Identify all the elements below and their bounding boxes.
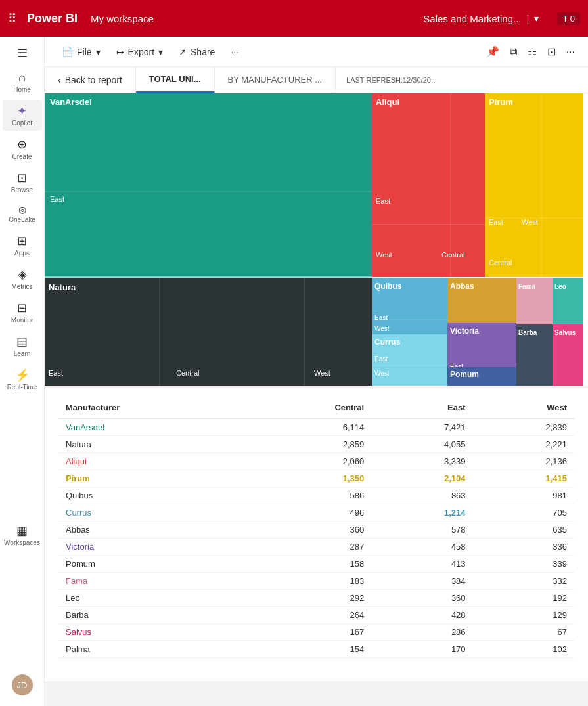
back-to-report-label: Back to report: [65, 75, 122, 85]
sidebar-item-create[interactable]: ⊕ Create: [3, 133, 42, 164]
cell-manufacturer: Fama: [58, 573, 248, 590]
west-header: West: [547, 403, 567, 412]
cell-central: 2,060: [248, 453, 372, 470]
tm-currus-west-label: West: [374, 370, 390, 377]
cell-central: 264: [248, 607, 372, 624]
cell-central: 1,350: [248, 470, 372, 487]
grid-dots-icon[interactable]: ⠿: [8, 11, 16, 26]
refresh-text: LAST REFRESH:12/30/20...: [346, 76, 437, 84]
cell-manufacturer: VanArsdel: [58, 418, 248, 436]
back-to-report-tab[interactable]: ‹ Back to report: [45, 67, 136, 93]
sidebar-item-realtime[interactable]: ⚡ Real-Time: [3, 364, 42, 395]
top-bar-right-info: T 0: [557, 12, 580, 25]
share-icon: ↗: [179, 47, 187, 57]
sidebar-create-label: Create: [12, 153, 32, 160]
sidebar-browse-label: Browse: [11, 187, 33, 194]
copy-icon[interactable]: ⧉: [507, 43, 520, 60]
cell-manufacturer: Quibus: [58, 487, 248, 504]
tab2-label: BY MANUFACTURER ...: [228, 75, 323, 85]
tm-vanarsdel-east-label: East: [50, 195, 64, 203]
export-icon: ↦: [116, 47, 124, 57]
tm-pirum-central-label: Central: [489, 259, 512, 267]
sidebar-item-menu[interactable]: ☰: [3, 42, 42, 64]
tab-by-manufacturer[interactable]: BY MANUFACTURER ...: [215, 67, 336, 93]
cell-east: 360: [372, 590, 473, 607]
learn-icon: ▤: [16, 334, 28, 349]
cell-central: 360: [248, 521, 372, 539]
sidebar-home-label: Home: [13, 86, 31, 93]
col-central: Central: [248, 399, 372, 418]
tm-pomum-label: Pomum: [450, 370, 479, 379]
tm-quibus-label: Quibus: [374, 282, 402, 291]
cell-east: 170: [372, 641, 473, 658]
tm-aliqui-east-label: East: [376, 197, 390, 205]
sidebar-item-onelake[interactable]: ◎ OneLake: [3, 200, 42, 227]
toolbar: 📄 File ▾ ↦ Export ▾ ↗ Share ··· 📌 ⧉ ⚏ ⊡: [45, 37, 588, 67]
treemap-container[interactable]: VanArsdel East Central West Aliqui East …: [45, 93, 588, 386]
export-label: Export: [128, 47, 154, 57]
report-title: Sales and Marketing... | ▾: [423, 13, 539, 24]
sidebar-item-metrics[interactable]: ◈ Metrics: [3, 263, 42, 294]
share-button[interactable]: ↗ Share: [172, 44, 221, 60]
cell-east: 286: [372, 624, 473, 641]
tm-vanarsdel-top: [45, 93, 372, 277]
cell-central: 2,859: [248, 436, 372, 453]
sidebar-item-copilot[interactable]: ✦ Copilot: [3, 100, 42, 131]
sidebar-item-monitor[interactable]: ⊟ Monitor: [3, 297, 42, 328]
cell-manufacturer: Barba: [58, 607, 248, 624]
monitor-icon: ⊟: [17, 301, 27, 315]
workspace-label[interactable]: My workspace: [91, 13, 154, 24]
avatar[interactable]: JD: [12, 674, 33, 695]
realtime-icon: ⚡: [15, 368, 30, 382]
home-icon: ⌂: [18, 71, 26, 85]
tab-total-units[interactable]: TOTAL UNI...: [136, 67, 215, 93]
tm-aliqui-label: Aliqui: [376, 97, 399, 107]
title-separator: |: [527, 13, 530, 24]
title-chevron-icon[interactable]: ▾: [534, 13, 539, 24]
cell-manufacturer: Currus: [58, 504, 248, 521]
sidebar-item-browse[interactable]: ⊡ Browse: [3, 167, 42, 198]
avatar-initials: JD: [17, 680, 28, 690]
table-row: Abbas 360 578 635: [58, 521, 575, 539]
col-manufacturer: Manufacturer: [58, 399, 248, 418]
tm-pirum-block: [485, 93, 583, 277]
workspaces-icon: ▦: [16, 523, 28, 538]
sidebar-item-workspaces[interactable]: ▦ Workspaces: [3, 519, 42, 550]
cell-central: 167: [248, 624, 372, 641]
main-layout: ☰ ⌂ Home ✦ Copilot ⊕ Create ⊡ Browse ◎ O…: [0, 37, 588, 706]
col-west: West: [474, 399, 575, 418]
sidebar-item-home[interactable]: ⌂ Home: [3, 67, 42, 97]
tm-natura-label: Natura: [49, 282, 76, 292]
sidebar-item-apps[interactable]: ⊞ Apps: [3, 230, 42, 261]
tm-pirum-west-label: West: [522, 218, 538, 226]
file-label: File: [77, 47, 92, 57]
cell-west: 2,136: [474, 453, 575, 470]
expand-icon[interactable]: ⊡: [545, 43, 558, 60]
more-button[interactable]: ···: [224, 44, 245, 60]
sidebar-item-learn[interactable]: ▤ Learn: [3, 330, 42, 361]
export-chevron-icon: ▾: [158, 47, 163, 57]
report-title-text: Sales and Marketing...: [423, 13, 521, 24]
bookmark-icon[interactable]: 📌: [484, 43, 502, 60]
tm-salvus-label: Salvus: [554, 329, 576, 336]
content-area: 📄 File ▾ ↦ Export ▾ ↗ Share ··· 📌 ⧉ ⚏ ⊡: [45, 37, 588, 706]
tm-natura-central-label: Central: [176, 369, 199, 377]
filter-icon[interactable]: ⚏: [525, 43, 539, 60]
cell-west: 705: [474, 504, 575, 521]
tm-aliqui-west-label: West: [376, 251, 392, 259]
more2-icon[interactable]: ···: [564, 43, 577, 60]
east-header: East: [447, 403, 465, 412]
cell-west: 336: [474, 539, 575, 556]
file-button[interactable]: 📄 File ▾: [55, 44, 107, 60]
cell-east: 413: [372, 556, 473, 573]
export-button[interactable]: ↦ Export ▾: [110, 44, 170, 60]
tm-quibus-east-label: East: [374, 314, 388, 321]
more-icon: ···: [231, 47, 238, 57]
file-chevron-icon: ▾: [96, 47, 101, 57]
tm-currus-east-label: East: [374, 355, 388, 363]
cell-west: 102: [474, 641, 575, 658]
table-header-row: Manufacturer Central East West: [58, 399, 575, 418]
cell-manufacturer: Natura: [58, 436, 248, 453]
browse-icon: ⊡: [17, 171, 27, 185]
sidebar-onelake-label: OneLake: [9, 216, 35, 223]
